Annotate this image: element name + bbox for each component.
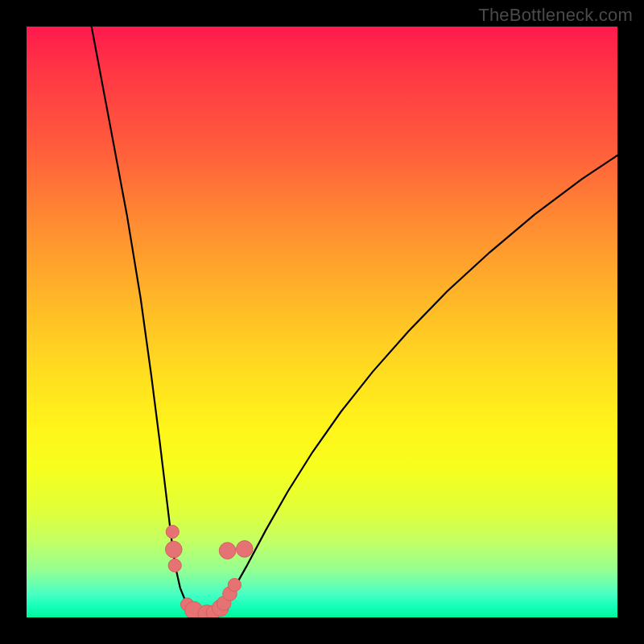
chart-svg: path[data-name="bottleneck-curve"] { dis… [27,27,617,617]
marker [166,541,183,558]
marker [219,543,236,559]
plot-area: path[data-name="bottleneck-curve"] { dis… [27,27,617,617]
watermark-text: TheBottleneck.com [478,5,633,26]
data-markers [166,526,254,618]
marker [168,559,181,572]
marker [237,541,254,558]
chart-frame: path[data-name="bottleneck-curve"] { dis… [0,0,644,644]
marker [228,579,241,592]
marker [166,526,179,539]
